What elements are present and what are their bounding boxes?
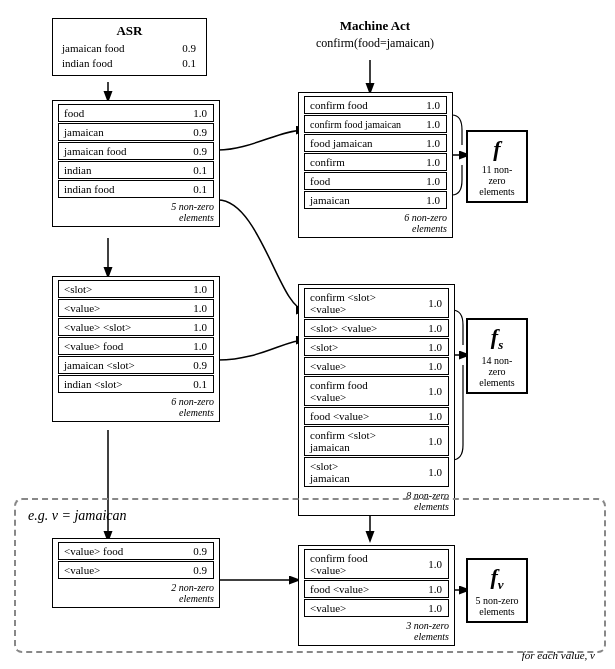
- f1-note: 11 non-zero elements: [474, 164, 520, 197]
- box1-row-1: jamaican 0.9: [58, 123, 214, 141]
- box5-note: 2 non-zeroelements: [58, 580, 214, 604]
- asr-row-1: indian food 0.1: [59, 56, 200, 70]
- box4-row-6: confirm <slot>jamaican 1.0: [304, 426, 449, 456]
- box2-label-4: food: [307, 174, 416, 188]
- box3-val-0: 1.0: [183, 282, 211, 296]
- box2-row-3: confirm 1.0: [304, 153, 447, 171]
- box1-row-2: jamaican food 0.9: [58, 142, 214, 160]
- box2-row-1: confirm food jamaican 1.0: [304, 115, 447, 133]
- box3: <slot> 1.0 <value> 1.0 <value> <slot> 1.…: [52, 276, 220, 422]
- box1-row-3: indian 0.1: [58, 161, 214, 179]
- box2-label-2: food jamaican: [307, 136, 416, 150]
- asr-row-0: jamaican food 0.9: [59, 41, 200, 55]
- box1-row-0: food 1.0: [58, 104, 214, 122]
- box3-val-5: 0.1: [183, 377, 211, 391]
- box6-row-0: confirm food<value> 1.0: [304, 549, 449, 579]
- box3-val-2: 1.0: [183, 320, 211, 334]
- box4-label-0: confirm <slot><value>: [307, 290, 418, 316]
- box3-label-2: <value> <slot>: [61, 320, 183, 334]
- box4-row-0: confirm <slot><value> 1.0: [304, 288, 449, 318]
- box1-val-2: 0.9: [183, 144, 211, 158]
- box4-row-1: <slot> <value> 1.0: [304, 319, 449, 337]
- machine-act-header: Machine Act confirm(food=jamaican): [290, 18, 460, 55]
- box5-val-1: 0.9: [183, 563, 211, 577]
- box3-note: 6 non-zeroelements: [58, 394, 214, 418]
- box5: <value> food 0.9 <value> 0.9 2 non-zeroe…: [52, 538, 220, 608]
- box6-row-1: food <value> 1.0: [304, 580, 449, 598]
- box1-row-4: indian food 0.1: [58, 180, 214, 198]
- box1: food 1.0 jamaican 0.9 jamaican food 0.9 …: [52, 100, 220, 227]
- box5-label-0: <value> food: [61, 544, 183, 558]
- f2-label: fs: [491, 324, 503, 353]
- box4-val-0: 1.0: [418, 296, 446, 310]
- box3-label-0: <slot>: [61, 282, 183, 296]
- box2-val-0: 1.0: [416, 98, 444, 112]
- eg-label: e.g. v = jamaican: [28, 508, 126, 524]
- box5-val-0: 0.9: [183, 544, 211, 558]
- box4-val-1: 1.0: [418, 321, 446, 335]
- box5-row-1: <value> 0.9: [58, 561, 214, 579]
- box2-val-1: 1.0: [416, 117, 444, 131]
- box3-row-0: <slot> 1.0: [58, 280, 214, 298]
- box2-label-5: jamaican: [307, 193, 416, 207]
- box3-val-4: 0.9: [183, 358, 211, 372]
- box1-note: 5 non-zeroelements: [58, 199, 214, 223]
- box3-row-1: <value> 1.0: [58, 299, 214, 317]
- box3-label-1: <value>: [61, 301, 183, 315]
- box6-note: 3 non-zeroelements: [304, 618, 449, 642]
- f3-label: fv: [490, 564, 503, 593]
- f3-subscript: v: [498, 577, 504, 592]
- diagram: ASR jamaican food 0.9 indian food 0.1 Ma…: [0, 0, 615, 669]
- box1-label-2: jamaican food: [61, 144, 183, 158]
- box3-val-1: 1.0: [183, 301, 211, 315]
- box4-label-5: food <value>: [307, 409, 418, 423]
- box2-row-2: food jamaican 1.0: [304, 134, 447, 152]
- asr-label-0: jamaican food: [59, 41, 172, 55]
- box5-row-0: <value> food 0.9: [58, 542, 214, 560]
- box2-row-5: jamaican 1.0: [304, 191, 447, 209]
- f3-box: fv 5 non-zeroelements: [466, 558, 528, 623]
- box1-label-3: indian: [61, 163, 183, 177]
- asr-val-0: 0.9: [172, 41, 200, 55]
- box6-label-2: <value>: [307, 601, 418, 615]
- box4-val-6: 1.0: [418, 434, 446, 448]
- box4-row-3: <value> 1.0: [304, 357, 449, 375]
- box4-row-4: confirm food<value> 1.0: [304, 376, 449, 406]
- box3-label-5: indian <slot>: [61, 377, 183, 391]
- box3-label-4: jamaican <slot>: [61, 358, 183, 372]
- box4-val-2: 1.0: [418, 340, 446, 354]
- box4-val-7: 1.0: [418, 465, 446, 479]
- box4-label-3: <value>: [307, 359, 418, 373]
- box3-row-2: <value> <slot> 1.0: [58, 318, 214, 336]
- box4-label-6: confirm <slot>jamaican: [307, 428, 418, 454]
- box2: confirm food 1.0 confirm food jamaican 1…: [298, 92, 453, 238]
- machine-act-subtitle: confirm(food=jamaican): [290, 36, 460, 51]
- box1-val-4: 0.1: [183, 182, 211, 196]
- box2-val-4: 1.0: [416, 174, 444, 188]
- box4-row-5: food <value> 1.0: [304, 407, 449, 425]
- box4-row-7: <slot>jamaican 1.0: [304, 457, 449, 487]
- box4-row-2: <slot> 1.0: [304, 338, 449, 356]
- box2-row-4: food 1.0: [304, 172, 447, 190]
- box4: confirm <slot><value> 1.0 <slot> <value>…: [298, 284, 455, 516]
- box1-val-3: 0.1: [183, 163, 211, 177]
- box2-note: 6 non-zeroelements: [304, 210, 447, 234]
- box5-label-1: <value>: [61, 563, 183, 577]
- box4-label-7: <slot>jamaican: [307, 459, 418, 485]
- f3-note: 5 non-zeroelements: [475, 595, 518, 617]
- f1-label: f: [493, 136, 500, 162]
- machine-act-title: Machine Act: [290, 18, 460, 34]
- box2-val-5: 1.0: [416, 193, 444, 207]
- box4-val-4: 1.0: [418, 384, 446, 398]
- box4-val-3: 1.0: [418, 359, 446, 373]
- box3-val-3: 1.0: [183, 339, 211, 353]
- box1-label-0: food: [61, 106, 183, 120]
- box4-label-1: <slot> <value>: [307, 321, 418, 335]
- box3-label-3: <value> food: [61, 339, 183, 353]
- box3-row-3: <value> food 1.0: [58, 337, 214, 355]
- f1-box: f 11 non-zero elements: [466, 130, 528, 203]
- box2-row-0: confirm food 1.0: [304, 96, 447, 114]
- box1-val-1: 0.9: [183, 125, 211, 139]
- box6-label-1: food <value>: [307, 582, 418, 596]
- box6-val-2: 1.0: [418, 601, 446, 615]
